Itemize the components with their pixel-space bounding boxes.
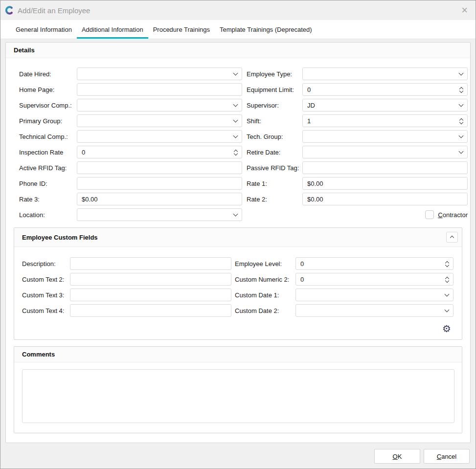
dialog-footer: OK Cancel xyxy=(0,443,476,469)
checkbox-box[interactable] xyxy=(425,210,434,219)
details-groupbox: Details Date Hired: Employee Type: Home … xyxy=(5,42,471,443)
contractor-accesskey: C xyxy=(438,211,442,219)
chevron-down-icon xyxy=(459,149,464,154)
rate-2-input[interactable] xyxy=(302,193,468,205)
location-combo[interactable] xyxy=(77,208,242,221)
field-label: Passive RFID Tag: xyxy=(242,164,302,172)
field-label: Custom Numeric 2: xyxy=(231,276,295,283)
spinner-buttons[interactable] xyxy=(234,149,237,155)
primary-group-combo[interactable] xyxy=(77,114,242,127)
custom-text-2-input[interactable] xyxy=(70,273,231,286)
field-label: Employee Type: xyxy=(242,70,302,78)
date-hired-combo[interactable] xyxy=(77,67,242,80)
technical-comp-combo[interactable] xyxy=(77,130,242,143)
tab-general-information[interactable]: General Information xyxy=(11,20,77,39)
cancel-label-rest: ancel xyxy=(441,453,456,460)
custom-date-2-combo[interactable] xyxy=(295,304,453,317)
chevron-down-icon xyxy=(445,291,450,296)
employee-level-spinner[interactable]: 0 xyxy=(295,257,453,270)
shift-spinner[interactable]: 1 xyxy=(302,114,468,127)
field-label: Location: xyxy=(19,211,77,219)
employee-type-combo[interactable] xyxy=(302,67,468,80)
ok-accesskey: O xyxy=(393,453,398,460)
ok-button[interactable]: OK xyxy=(374,449,420,464)
tech-group-combo[interactable] xyxy=(302,130,468,143)
custom-numeric-2-spinner[interactable]: 0 xyxy=(295,273,453,286)
home-page-input[interactable] xyxy=(77,83,242,96)
field-label: Custom Date 1: xyxy=(231,291,295,299)
close-icon[interactable]: × xyxy=(458,5,471,16)
field-label: Technical Comp.: xyxy=(19,133,77,140)
chevron-down-icon xyxy=(459,133,464,138)
field-label: Rate 1: xyxy=(242,180,302,187)
field-label: Description: xyxy=(22,260,70,268)
field-label: Rate 2: xyxy=(242,196,302,203)
chevron-down-icon xyxy=(459,102,464,107)
cancel-button[interactable]: Cancel xyxy=(424,449,470,464)
custom-date-1-combo[interactable] xyxy=(295,289,453,301)
employee-custom-fields-label: Employee Custom Fields xyxy=(22,234,98,241)
chevron-down-icon xyxy=(233,70,238,75)
contractor-checkbox[interactable]: Contractor xyxy=(242,210,468,219)
app-logo-icon xyxy=(5,6,14,15)
details-header-label: Details xyxy=(14,46,35,54)
retire-date-combo[interactable] xyxy=(302,146,468,158)
active-rfid-tag-input[interactable] xyxy=(77,161,242,174)
chevron-up-icon xyxy=(450,236,454,240)
field-label: Primary Group: xyxy=(19,117,77,125)
gear-icon: ⚙ xyxy=(442,323,451,334)
equipment-limit-spinner[interactable]: 0 xyxy=(302,83,468,96)
dialog-content: Details Date Hired: Employee Type: Home … xyxy=(0,39,476,443)
spinner-buttons[interactable] xyxy=(460,118,463,124)
description-input[interactable] xyxy=(70,257,231,270)
field-label: Tech. Group: xyxy=(242,133,302,140)
passive-rfid-tag-input[interactable] xyxy=(302,161,468,174)
field-label: Supervisor: xyxy=(242,102,302,109)
custom-text-3-input[interactable] xyxy=(70,289,231,301)
spinner-value: 0 xyxy=(307,86,460,93)
field-label: Custom Text 2: xyxy=(22,276,70,283)
tab-procedure-trainings[interactable]: Procedure Trainings xyxy=(148,20,215,39)
comments-textarea[interactable] xyxy=(22,369,454,423)
inspection-rate-spinner[interactable]: 0 xyxy=(77,146,242,158)
custom-fields-form: Description: Employee Level: 0 Custom Te… xyxy=(14,247,462,317)
rate-1-input[interactable] xyxy=(302,177,468,190)
field-label: Custom Date 2: xyxy=(231,307,295,314)
field-label: Shift: xyxy=(242,117,302,125)
supervisor-combo[interactable]: JD xyxy=(302,99,468,112)
field-label: Custom Text 3: xyxy=(22,291,70,299)
field-label: Rate 3: xyxy=(19,196,77,203)
title-bar: Add/Edit an Employee × xyxy=(0,0,476,20)
tab-additional-information[interactable]: Additional Information xyxy=(77,20,148,39)
field-label: Phone ID: xyxy=(19,180,77,187)
chevron-down-icon xyxy=(233,102,238,107)
spinner-buttons[interactable] xyxy=(446,276,449,282)
contractor-label: Contractor xyxy=(438,211,468,219)
employee-custom-fields-groupbox: Employee Custom Fields Description: Empl… xyxy=(14,227,462,340)
spinner-buttons[interactable] xyxy=(446,261,449,267)
comments-header: Comments xyxy=(14,347,462,362)
chevron-down-icon xyxy=(445,307,450,312)
chevron-down-icon xyxy=(459,70,464,75)
custom-fields-settings-button[interactable]: ⚙ xyxy=(442,324,451,334)
field-label: Inspection Rate xyxy=(19,149,77,156)
comments-label: Comments xyxy=(22,351,55,358)
chevron-down-icon xyxy=(233,133,238,138)
tab-template-trainings-deprecated[interactable]: Template Trainings (Deprecated) xyxy=(215,20,317,39)
supervisor-comp-combo[interactable] xyxy=(77,99,242,112)
field-label: Retire Date: xyxy=(242,149,302,156)
spinner-value: 0 xyxy=(82,149,234,156)
collapse-section-button[interactable] xyxy=(446,232,458,243)
custom-fields-footer: ⚙ xyxy=(14,317,462,339)
custom-text-4-input[interactable] xyxy=(70,304,231,317)
spinner-buttons[interactable] xyxy=(460,87,463,92)
field-label: Date Hired: xyxy=(19,70,77,78)
phone-id-input[interactable] xyxy=(77,177,242,190)
comments-body xyxy=(14,362,462,433)
combo-value: JD xyxy=(307,102,459,109)
rate-3-input[interactable] xyxy=(77,193,242,205)
field-label: Equipment Limit: xyxy=(242,86,302,93)
add-edit-employee-dialog: Add/Edit an Employee × General Informati… xyxy=(0,0,476,469)
field-label: Employee Level: xyxy=(231,260,295,268)
contractor-label-rest: ontractor xyxy=(443,211,468,219)
